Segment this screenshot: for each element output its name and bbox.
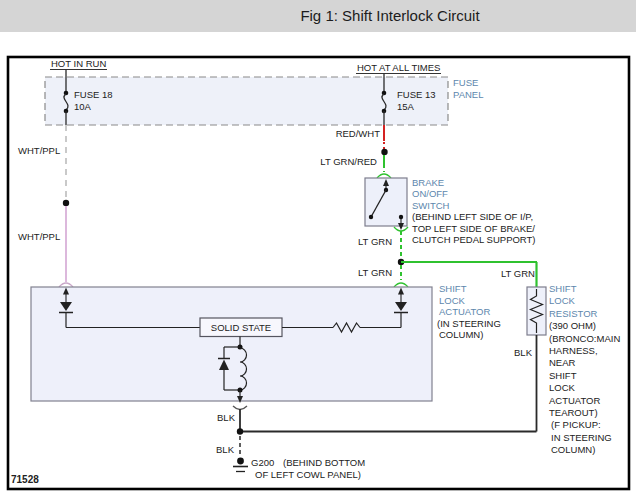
resistor-name-3: RESISTOR: [549, 308, 598, 319]
wire-label-lt-grn-1: LT GRN: [358, 236, 392, 247]
actuator-box: [31, 287, 432, 401]
resistor-detail-8: TEAROUT): [549, 407, 598, 418]
fuse-panel-box: [45, 77, 448, 125]
brake-switch-location-1: (BEHIND LEFT SIDE OF I/P,: [412, 211, 533, 222]
wire-label-lt-grn-red: LT GRN/RED: [320, 156, 377, 167]
resistor-detail-9: (F PICKUP:: [551, 419, 601, 430]
wire-label-wht-ppl-upper: WHT/PPL: [18, 145, 60, 156]
fuse-13-name: FUSE 13: [397, 89, 436, 100]
shift-interlock-figure: Fig 1: Shift Interlock Circuit HOT IN RU…: [0, 0, 636, 496]
actuator-location-1: (IN STEERING: [437, 318, 501, 329]
resistor-detail-4: NEAR: [549, 357, 576, 368]
wire-label-blk-3: BLK: [216, 444, 235, 455]
wire-label-wht-ppl-lower: WHT/PPL: [18, 231, 60, 242]
fuse-panel-label-1: FUSE: [453, 77, 478, 88]
fuse-13-rating: 15A: [397, 101, 415, 112]
ground-location-1: (BEHIND BOTTOM: [283, 457, 365, 468]
figure-title: Fig 1: Shift Interlock Circuit: [300, 7, 480, 24]
ground-location-2: OF LEFT COWL PANEL): [255, 469, 361, 480]
fuse-panel-label-2: PANEL: [453, 89, 483, 100]
wire-label-blk-1: BLK: [217, 412, 236, 423]
wire-label-red-wht: RED/WHT: [336, 128, 381, 139]
resistor-detail-1: (390 OHM): [549, 320, 596, 331]
brake-switch-name-2: ON/OFF: [412, 188, 448, 199]
brake-switch-name-3: SWITCH: [412, 200, 450, 211]
actuator-location-2: COLUMN): [439, 329, 483, 340]
actuator-name-2: LOCK: [439, 295, 466, 306]
splice-dot: [237, 428, 243, 434]
solid-state-label: SOLID STATE: [211, 322, 271, 333]
resistor-detail-10: IN STEERING: [551, 432, 612, 443]
feed-label-hot-in-run: HOT IN RUN: [51, 58, 106, 69]
fuse-18-rating: 10A: [74, 101, 92, 112]
resistor-detail-2: (BRONCO:MAIN: [549, 333, 620, 344]
wire-label-lt-grn-2: LT GRN: [358, 267, 392, 278]
actuator-name-1: SHIFT: [439, 283, 467, 294]
splice-dot: [63, 200, 69, 206]
resistor-detail-5: SHIFT: [549, 370, 577, 381]
brake-switch-name-1: BRAKE: [412, 177, 444, 188]
resistor-name-2: LOCK: [549, 295, 576, 306]
figure-number: 71528: [11, 474, 39, 485]
wire-label-blk-2: BLK: [514, 347, 533, 358]
title-bar: Fig 1: Shift Interlock Circuit: [0, 0, 636, 32]
resistor-detail-3: HARNESS,: [549, 345, 598, 356]
shift-lock-actuator: SOLID STATE SHIFT LOCK: [31, 283, 501, 403]
resistor-detail-11: COLUMN): [551, 444, 595, 455]
actuator-name-3: ACTUATOR: [439, 306, 491, 317]
resistor-name-1: SHIFT: [549, 283, 577, 294]
resistor-detail-6: LOCK: [549, 382, 576, 393]
resistor-detail-7: ACTUATOR: [549, 395, 601, 406]
brake-switch-location-2: TOP LEFT SIDE OF BRAKE/: [412, 223, 535, 234]
feed-label-hot-at-all-times: HOT AT ALL TIMES: [357, 62, 440, 73]
brake-switch-location-3: CLUTCH PEDAL SUPPORT): [412, 234, 536, 245]
splice-dot: [381, 149, 387, 155]
fuse-18-name: FUSE 18: [74, 89, 113, 100]
ground-name: G200: [251, 457, 274, 468]
wire-label-lt-grn-3: LT GRN: [501, 268, 535, 279]
